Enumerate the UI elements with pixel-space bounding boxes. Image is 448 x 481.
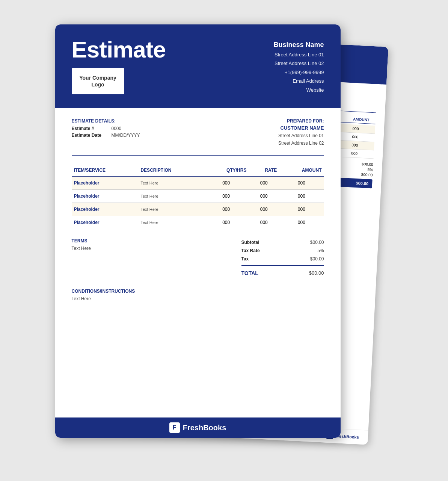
address-line2: Street Address Line 02 xyxy=(273,59,324,68)
customer-address-line2: Street Address Line 02 xyxy=(278,139,324,147)
estimate-details: ESTIMATE DETAILS: Estimate # 0000 Estima… xyxy=(72,118,140,147)
estimate-date-value: MM/DD/YYYY xyxy=(112,133,140,138)
row2-qty: 000 xyxy=(204,189,249,203)
row4-item: Placeholder xyxy=(72,216,139,229)
bottom-section: TERMS Text Here Subtotal $00.00 Tax Rate… xyxy=(72,238,324,278)
row4-amount: 000 xyxy=(279,216,324,229)
back-total-value: $00.00 xyxy=(356,181,368,186)
row2-rate: 000 xyxy=(249,189,279,203)
back-subtotal-value: $00.00 xyxy=(361,162,373,167)
customer-name: CUSTOMER NAME xyxy=(278,125,324,131)
th-rate: RATE xyxy=(249,165,279,176)
taxrate-value: 5% xyxy=(317,248,324,253)
prepared-for-section: PREPARED FOR: CUSTOMER NAME Street Addre… xyxy=(278,118,324,147)
items-table: ITEM/SERVICE DESCRIPTION QTY/HRS RATE AM… xyxy=(72,165,324,229)
row3-item: Placeholder xyxy=(72,203,139,216)
freshbooks-logo: F FreshBooks xyxy=(169,422,226,433)
terms-section: TERMS Text Here xyxy=(72,238,241,278)
freshbooks-icon: F xyxy=(169,422,180,433)
customer-address: Street Address Line 01 Street Address Li… xyxy=(278,132,324,147)
row2-desc: Text Here xyxy=(138,189,203,203)
freshbooks-brand-name: FreshBooks xyxy=(183,424,226,432)
document-footer: F FreshBooks xyxy=(55,417,341,438)
row3-qty: 000 xyxy=(204,203,249,216)
back-taxrate-value: 5% xyxy=(367,168,373,172)
th-qty: QTY/HRS xyxy=(204,165,249,176)
total-divider xyxy=(241,265,324,266)
document-title: Estimate xyxy=(72,38,166,61)
table-row: Placeholder Text Here 000 000 000 xyxy=(72,176,324,190)
phone: +1(999)-999-9999 xyxy=(273,68,324,77)
back-amount-2: 000 xyxy=(352,135,374,140)
document-front: Estimate Your Company Logo Business Name… xyxy=(55,24,341,438)
page-wrapper: ESTIMATE DETAILS: Estimate # 0000 Estima… xyxy=(55,24,393,457)
document-body: ESTIMATE DETAILS: Estimate # 0000 Estima… xyxy=(55,108,341,312)
subtotal-row: Subtotal $00.00 xyxy=(241,238,324,247)
business-info: Street Address Line 01 Street Address Li… xyxy=(273,50,324,94)
grand-total-value: $00.00 xyxy=(309,270,324,276)
company-logo-text: Your Company Logo xyxy=(72,74,124,88)
tax-row: Tax $00.00 xyxy=(241,255,324,263)
header-left: Estimate Your Company Logo xyxy=(72,38,166,94)
taxrate-label: Tax Rate xyxy=(241,248,260,253)
estimate-date-row: Estimate Date MM/DD/YYYY xyxy=(72,133,140,138)
company-logo-box: Your Company Logo xyxy=(72,68,124,94)
totals-section: Subtotal $00.00 Tax Rate 5% Tax $00.00 T… xyxy=(241,238,324,278)
estimate-details-label: ESTIMATE DETAILS: xyxy=(72,118,140,124)
estimate-number-label: Estimate # xyxy=(72,126,106,131)
grand-total-row: TOTAL $00.00 xyxy=(241,268,324,278)
business-name: Business Name xyxy=(273,41,324,49)
website: Website xyxy=(273,86,324,94)
back-amount-1: 000 xyxy=(352,126,375,132)
subtotal-value: $00.00 xyxy=(310,240,324,245)
row2-amount: 000 xyxy=(279,189,324,203)
row3-amount: 000 xyxy=(279,203,324,216)
details-section: ESTIMATE DETAILS: Estimate # 0000 Estima… xyxy=(72,118,324,156)
back-th-amount: AMOUNT xyxy=(353,117,375,122)
row1-amount: 000 xyxy=(279,176,324,190)
tax-value: $00.00 xyxy=(310,256,324,262)
table-header-row: ITEM/SERVICE DESCRIPTION QTY/HRS RATE AM… xyxy=(72,165,324,176)
email: Email Address xyxy=(273,77,324,85)
conditions-section: CONDITIONS/INSTRUCTIONS Text Here xyxy=(72,289,324,301)
back-amount-4: 000 xyxy=(351,151,374,156)
th-description: DESCRIPTION xyxy=(138,165,203,176)
table-body: Placeholder Text Here 000 000 000 Placeh… xyxy=(72,176,324,229)
estimate-number-row: Estimate # 0000 xyxy=(72,126,140,131)
row1-qty: 000 xyxy=(204,176,249,190)
tax-label: Tax xyxy=(241,256,249,262)
row1-rate: 000 xyxy=(249,176,279,190)
conditions-label: CONDITIONS/INSTRUCTIONS xyxy=(72,289,324,294)
row4-rate: 000 xyxy=(249,216,279,229)
conditions-text: Text Here xyxy=(72,296,324,301)
grand-total-label: TOTAL xyxy=(241,270,258,276)
back-tax-value: $00.00 xyxy=(361,172,373,177)
table-row: Placeholder Text Here 000 000 000 xyxy=(72,189,324,203)
row3-rate: 000 xyxy=(249,203,279,216)
row3-desc: Text Here xyxy=(138,203,203,216)
row4-desc: Text Here xyxy=(138,216,203,229)
table-row: Placeholder Text Here 000 000 000 xyxy=(72,216,324,229)
terms-label: TERMS xyxy=(72,238,241,244)
back-amount-3: 000 xyxy=(351,143,374,148)
th-amount: AMOUNT xyxy=(279,165,324,176)
estimate-number-value: 0000 xyxy=(112,126,122,131)
estimate-date-label: Estimate Date xyxy=(72,133,106,138)
row4-qty: 000 xyxy=(204,216,249,229)
table-row: Placeholder Text Here 000 000 000 xyxy=(72,203,324,216)
table-head: ITEM/SERVICE DESCRIPTION QTY/HRS RATE AM… xyxy=(72,165,324,176)
prepared-for-label: PREPARED FOR: xyxy=(278,118,324,124)
terms-text: Text Here xyxy=(72,246,241,251)
th-item: ITEM/SERVICE xyxy=(72,165,139,176)
taxrate-row: Tax Rate 5% xyxy=(241,247,324,255)
row1-desc: Text Here xyxy=(138,176,203,190)
row1-item: Placeholder xyxy=(72,176,139,190)
subtotal-label: Subtotal xyxy=(241,240,259,245)
document-header: Estimate Your Company Logo Business Name… xyxy=(55,24,341,108)
customer-address-line1: Street Address Line 01 xyxy=(278,132,324,139)
header-right: Business Name Street Address Line 01 Str… xyxy=(273,38,324,94)
row2-item: Placeholder xyxy=(72,189,139,203)
address-line1: Street Address Line 01 xyxy=(273,50,324,59)
